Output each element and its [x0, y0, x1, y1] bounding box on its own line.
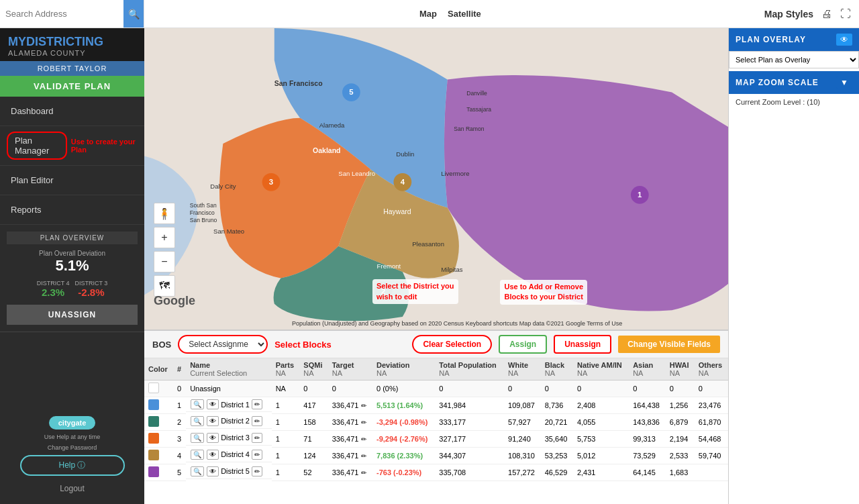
map-type-map[interactable]: Map — [419, 9, 437, 19]
sidebar-item-plan-editor[interactable]: Plan Editor — [0, 166, 144, 195]
district-zoom-button[interactable]: 🔍 — [191, 466, 204, 476]
col-black: BlackNA — [541, 358, 573, 381]
total-pop-cell: 341,984 — [435, 397, 504, 414]
app-logo: MYDISTRICTING — [8, 35, 136, 49]
target-cell: 336,471 ✏ — [328, 464, 372, 481]
others-cell: 54,468 — [695, 431, 728, 448]
fullscreen-button[interactable]: ⛶ — [840, 8, 851, 20]
target-cell: 336,471 ✏ — [328, 414, 372, 431]
search-input[interactable] — [0, 0, 123, 28]
assign-button[interactable]: Assign — [499, 335, 547, 354]
district-zoom-button[interactable]: 🔍 — [191, 399, 204, 409]
others-cell: 59,740 — [695, 448, 728, 464]
target-cell: 336,471 ✏ — [328, 431, 372, 448]
svg-text:San Mateo: San Mateo — [213, 228, 244, 235]
map-attribution: Population (Unadjusted) and Geography ba… — [292, 320, 622, 327]
sidebar-item-reports[interactable]: Reports — [0, 195, 144, 225]
print-button[interactable]: 🖨 — [821, 8, 832, 20]
help-button[interactable]: Help ⓘ — [20, 455, 125, 476]
validate-plan-button[interactable]: VALIDATE PLAN — [0, 76, 144, 97]
num-cell: 2 — [173, 414, 186, 431]
map-type-satellite[interactable]: Satellite — [448, 9, 481, 19]
white-cell: 157,272 — [504, 464, 541, 481]
sqmi-cell: 417 — [299, 397, 327, 414]
district-zoom-button[interactable]: 🔍 — [191, 433, 204, 443]
toolbar-row: BOS Select Assignme Select Blocks Clear … — [144, 331, 728, 358]
sidebar-bottom: citygate Use Help at any time Change Pas… — [0, 409, 144, 504]
unassign-button[interactable]: UNASSIGN — [7, 305, 138, 325]
district-edit-button[interactable]: ✏ — [252, 466, 262, 476]
google-watermark: Google — [154, 294, 195, 308]
asian-cell: 0 — [629, 381, 666, 397]
hwai-cell: 2,533 — [666, 448, 695, 464]
others-cell: 0 — [695, 381, 728, 397]
num-cell: 3 — [173, 431, 186, 448]
others-cell: 61,870 — [695, 414, 728, 431]
district-edit-button[interactable]: ✏ — [252, 433, 262, 443]
district-edit-button[interactable]: ✏ — [252, 416, 262, 426]
district-edit-button[interactable]: ✏ — [252, 399, 262, 409]
plan-overlay-header: PLAN OVERLAY 👁 — [729, 28, 859, 51]
district-zoom-button[interactable]: 🔍 — [191, 416, 204, 426]
svg-text:Fremont: Fremont — [377, 262, 401, 270]
overlay-toggle-button[interactable]: 👁 — [836, 34, 852, 46]
plan-overlay-select[interactable]: Select Plan as Overlay — [729, 51, 859, 68]
name-cell: Unassign — [186, 381, 272, 397]
hwai-cell: 0 — [666, 381, 695, 397]
zoom-out-button[interactable]: − — [154, 251, 175, 272]
plan-manager-label[interactable]: Plan Manager — [7, 132, 67, 160]
col-target: TargetNA — [328, 358, 372, 381]
search-button[interactable]: 🔍 — [123, 0, 144, 28]
zoom-in-button[interactable]: + — [154, 227, 175, 248]
total-pop-cell: 0 — [435, 381, 504, 397]
native-cell: 5,012 — [573, 448, 629, 464]
table-row: 0 Unassign NA 0 0 0 (0%) 0 0 0 0 0 — [144, 381, 728, 397]
person-icon-button[interactable]: 🧍 — [154, 203, 175, 224]
asian-cell: 64,145 — [629, 464, 666, 481]
district-zoom-button[interactable]: 🔍 — [191, 450, 204, 460]
color-cell — [144, 414, 173, 431]
sqmi-cell: 0 — [299, 381, 327, 397]
plan-overlay-label: PLAN OVERLAY — [736, 35, 806, 44]
map-area[interactable]: 1 2 3 4 5 San Francisco Alameda Oakland … — [144, 28, 728, 330]
white-cell: 91,240 — [504, 431, 541, 448]
table-row: 3 🔍 👁 District 3 ✏ 1 71 336,471 ✏ -9,294… — [144, 431, 728, 448]
col-native: Native AM/INNA — [573, 358, 629, 381]
name-cell: 🔍 👁 District 4 ✏ — [186, 448, 272, 462]
select-blocks-label[interactable]: Select Blocks — [274, 340, 332, 350]
unassign-action-button[interactable]: Unassign — [554, 335, 611, 354]
change-password-link[interactable]: Change Password — [48, 444, 97, 451]
change-fields-button[interactable]: Change Visible Fields — [618, 336, 720, 353]
logout-button[interactable]: Logout — [56, 480, 89, 497]
district-eye-button[interactable]: 👁 — [207, 416, 219, 426]
map-zoom-header: MAP ZOOM SCALE ▼ — [729, 71, 859, 94]
native-cell: 4,055 — [573, 414, 629, 431]
county-label: ALAMEDA COUNTY — [8, 49, 136, 57]
col-others: OthersNA — [695, 358, 728, 381]
deviation-cell: 5,513 (1.64%) — [372, 397, 435, 414]
col-white: WhiteNA — [504, 358, 541, 381]
assignee-dropdown[interactable]: Select Assignme — [178, 335, 268, 354]
table-row: 1 🔍 👁 District 1 ✏ 1 417 336,471 ✏ 5,513… — [144, 397, 728, 414]
color-cell — [144, 381, 173, 397]
num-cell: 4 — [173, 448, 186, 464]
sidebar-item-dashboard[interactable]: Dashboard — [0, 97, 144, 126]
district-eye-button[interactable]: 👁 — [207, 466, 219, 476]
district-eye-button[interactable]: 👁 — [207, 433, 219, 443]
sqmi-cell: 52 — [299, 464, 327, 481]
district-eye-button[interactable]: 👁 — [207, 450, 219, 460]
svg-text:Oakland: Oakland — [313, 146, 340, 154]
district-edit-button[interactable]: ✏ — [252, 450, 262, 460]
clear-selection-button[interactable]: Clear Selection — [412, 335, 492, 354]
parts-cell: 1 — [272, 448, 300, 464]
black-cell: 8,736 — [541, 397, 573, 414]
col-parts: PartsNA — [272, 358, 300, 381]
zoom-dropdown-button[interactable]: ▼ — [836, 77, 852, 89]
district4-value: 2.3% — [37, 287, 70, 298]
name-cell: 🔍 👁 District 3 ✏ — [186, 431, 272, 446]
col-sqmi: SQMiNA — [299, 358, 327, 381]
district-stats: DISTRICT 4 2.3% DISTRICT 3 -2.8% — [7, 280, 138, 298]
district-eye-button[interactable]: 👁 — [207, 399, 219, 409]
use-help-label: Use Help at any time — [44, 434, 101, 440]
table-row: 5 🔍 👁 District 5 ✏ 1 52 336,471 ✏ -763 (… — [144, 464, 728, 481]
